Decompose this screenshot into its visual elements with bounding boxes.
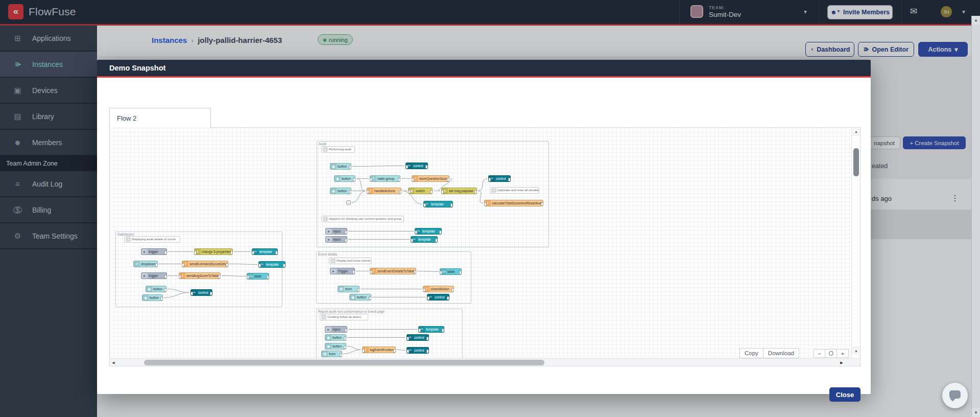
change-node[interactable]: ×change 5 properties bbox=[194, 248, 233, 255]
button-node-icon: ◉ bbox=[142, 295, 149, 300]
zoom-out-button[interactable]: − bbox=[814, 349, 825, 358]
comment-node[interactable]: ●steppers for showing user current quest… bbox=[321, 216, 404, 222]
download-button[interactable]: Download bbox=[763, 348, 799, 358]
control-node-icon: </> bbox=[191, 290, 197, 295]
chat-bubble-icon bbox=[949, 390, 961, 399]
button-node[interactable]: ◉button bbox=[325, 334, 346, 341]
snapshot-modal: Demo Snapshot Flow 2 ▲ ▼ Copy Download bbox=[97, 60, 871, 394]
close-button[interactable]: Close bbox=[829, 387, 861, 402]
comment-node[interactable]: ●Creating follow-up action bbox=[320, 314, 368, 320]
function-node[interactable]: ƒhandleActions bbox=[367, 188, 401, 194]
button-node-icon: ◉ bbox=[325, 343, 331, 349]
function-node[interactable]: ƒsendAvgScoreToTable bbox=[179, 272, 221, 279]
template-node[interactable]: </>template bbox=[418, 326, 444, 333]
function-node-icon: ƒ bbox=[179, 273, 185, 279]
button-node[interactable]: ◉button bbox=[334, 175, 355, 182]
node-label: control bbox=[434, 295, 446, 299]
table-node[interactable]: </>table bbox=[440, 268, 462, 275]
app-root: « FlowFuse TEAM: Sumit-Dev ▾ ☻⁺ Invite M… bbox=[0, 0, 980, 417]
comment-node-icon: ● bbox=[323, 217, 328, 221]
canvas-vertical-scrollbar: ▲ ▼ bbox=[851, 128, 860, 358]
comment-node[interactable]: ●Displaying audit details of month bbox=[124, 236, 180, 243]
tab-flow-2[interactable]: Flow 2 bbox=[109, 108, 211, 128]
inject-node[interactable]: ▸trigger bbox=[141, 248, 167, 255]
scroll-right-icon[interactable]: ▶ bbox=[838, 359, 845, 366]
node-label: template bbox=[425, 328, 440, 331]
template-node[interactable]: </>template bbox=[411, 236, 438, 243]
control-node[interactable]: </>control bbox=[190, 289, 212, 296]
form-node-icon: ▤ bbox=[338, 286, 344, 292]
link-node[interactable] bbox=[346, 200, 351, 205]
button-node[interactable]: ◉button bbox=[330, 188, 351, 194]
template-node[interactable]: </>template bbox=[423, 201, 453, 207]
template-node[interactable]: </>template bbox=[252, 248, 278, 255]
scroll-up-icon[interactable]: ▲ bbox=[972, 16, 980, 25]
dropdown-node[interactable]: ≡dropdown bbox=[133, 261, 158, 267]
function-node[interactable]: ƒsendEventDetailsToTable bbox=[370, 268, 416, 274]
zoom-in-button[interactable]: + bbox=[837, 349, 849, 358]
control-node[interactable]: </>control bbox=[407, 347, 429, 354]
function-node-icon: ƒ bbox=[485, 200, 491, 206]
control-node[interactable]: </>control bbox=[427, 294, 449, 300]
button-node[interactable]: ◉button bbox=[325, 343, 346, 350]
vertical-scroll-thumb[interactable] bbox=[853, 148, 859, 176]
button-node[interactable]: ◉button bbox=[349, 294, 371, 300]
widget-node[interactable]: </>radio-group bbox=[370, 175, 400, 182]
function-node[interactable]: ƒcalculateTotalScoreAndResetAudit bbox=[484, 200, 543, 206]
function-node-icon: ƒ bbox=[367, 188, 373, 194]
table-node-icon: </> bbox=[440, 269, 446, 274]
table-node[interactable]: </>table bbox=[247, 273, 269, 280]
scroll-up-icon[interactable]: ▲ bbox=[852, 128, 860, 135]
horizontal-scroll-thumb[interactable] bbox=[144, 360, 544, 365]
control-node[interactable]: </>control bbox=[407, 334, 429, 341]
modal-title: Demo Snapshot bbox=[109, 64, 165, 72]
comment-node[interactable]: ●Calculate and reset all variable bbox=[490, 187, 539, 194]
button-node[interactable]: ◉button bbox=[146, 286, 166, 292]
template-node[interactable]: </>template bbox=[258, 261, 285, 268]
node-label: button bbox=[337, 165, 348, 168]
node-label: radio-group bbox=[376, 177, 395, 180]
function-node[interactable]: ƒclosedAction bbox=[423, 286, 454, 292]
scroll-down-icon[interactable]: ▼ bbox=[972, 408, 980, 417]
control-node-icon: </> bbox=[406, 163, 412, 169]
chat-widget-button[interactable] bbox=[942, 383, 968, 408]
button-node[interactable]: ◉button bbox=[330, 163, 351, 170]
inject-node-icon: ▸ bbox=[330, 268, 337, 274]
change-node[interactable]: ×set msg.payload bbox=[441, 188, 477, 194]
control-node[interactable]: </>control bbox=[405, 163, 428, 169]
scroll-down-icon[interactable]: ▼ bbox=[852, 347, 860, 355]
inject-node[interactable]: ▸Trigger bbox=[330, 268, 355, 274]
node-label: button bbox=[149, 296, 160, 299]
node-label: table bbox=[446, 270, 456, 273]
page-scrollbar[interactable]: ▲ ▼ bbox=[971, 16, 980, 417]
button-node-icon: ◉ bbox=[334, 176, 341, 181]
node-label: sendAvgScoreToTable bbox=[185, 274, 221, 277]
switch-node[interactable]: ≶switch bbox=[408, 188, 433, 194]
function-node[interactable]: ƒsendEventAndScoreDetails bbox=[182, 261, 228, 267]
inject-node-icon: ▸ bbox=[326, 237, 332, 242]
zoom-reset-button[interactable] bbox=[825, 349, 837, 358]
inject-node[interactable]: ▸inject bbox=[325, 326, 347, 333]
node-label: switch bbox=[415, 189, 426, 193]
node-label: button bbox=[152, 287, 163, 291]
scroll-left-icon[interactable]: ◀ bbox=[110, 359, 117, 366]
flow-canvas[interactable]: ▲ ▼ Copy Download − + AuditDashboardEven… bbox=[110, 128, 860, 358]
node-label: storeQuestionScore bbox=[418, 177, 449, 180]
function-node[interactable]: ƒlogEventFuntion bbox=[362, 346, 396, 353]
form-node[interactable]: ▤form bbox=[338, 286, 360, 292]
inject-node[interactable]: ▸inject bbox=[325, 228, 347, 235]
comment-node[interactable]: ●Display and close events bbox=[329, 258, 372, 264]
inject-node[interactable]: ▸trigger bbox=[141, 272, 167, 279]
control-node-icon: </> bbox=[407, 335, 413, 340]
function-node[interactable]: ƒstoreQuestionScore bbox=[412, 175, 449, 182]
node-label: form bbox=[344, 287, 353, 291]
node-label: button bbox=[331, 344, 343, 348]
form-node[interactable]: ▤form bbox=[321, 351, 342, 357]
comment-node[interactable]: ●Performing audit bbox=[321, 146, 355, 153]
template-node[interactable]: </>template bbox=[415, 228, 442, 235]
button-node[interactable]: ◉button bbox=[142, 294, 163, 301]
inject-node[interactable]: ▸inject bbox=[325, 236, 347, 243]
node-label: control bbox=[413, 336, 425, 339]
control-node[interactable]: </>control bbox=[488, 175, 511, 182]
copy-button[interactable]: Copy bbox=[739, 348, 763, 358]
